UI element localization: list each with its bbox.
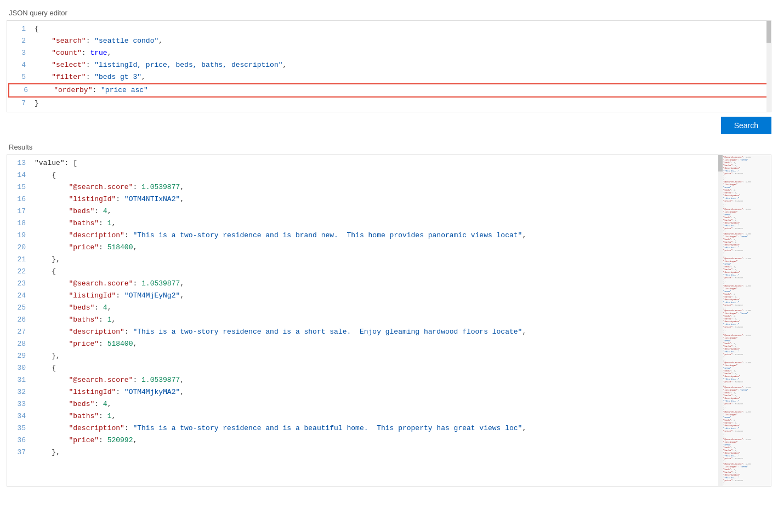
line-content: "listingId": "OTM4MjEyNg2", xyxy=(35,290,722,302)
line-content: "description": "This is a two-story resi… xyxy=(35,422,722,434)
result-line-18: 18 "baths": 1, xyxy=(7,218,722,230)
result-line-19: 19 "description": "This is a two-story r… xyxy=(7,230,722,242)
line-number: 24 xyxy=(7,290,35,302)
line-number: 2 xyxy=(7,35,35,47)
editor-scrollbar-thumb[interactable] xyxy=(766,21,771,43)
line-number: 16 xyxy=(7,193,35,205)
line-number: 33 xyxy=(7,398,35,410)
line-number: 26 xyxy=(7,314,35,326)
line-content: "price": 520992, xyxy=(35,434,722,447)
line-content: "baths": 1, xyxy=(35,218,722,230)
line-number: 36 xyxy=(7,434,35,447)
line-content: }, xyxy=(35,350,722,362)
line-content: "@search.score": 1.0539877, xyxy=(35,181,722,193)
page-container: JSON query editor 1{2 "search": "seattle… xyxy=(0,0,778,532)
results-code-area[interactable]: 13"value": [14 {15 "@search.score": 1.05… xyxy=(7,155,722,486)
editor-line-5: 5 "filter": "beds gt 3", xyxy=(7,71,771,83)
result-line-28: 28 "price": 518400, xyxy=(7,338,722,350)
results-scrollbar-thumb[interactable] xyxy=(718,155,723,171)
line-number: 37 xyxy=(7,447,35,459)
line-number: 14 xyxy=(7,169,35,181)
line-number: 32 xyxy=(7,386,35,398)
line-number: 29 xyxy=(7,350,35,362)
result-line-37: 37 }, xyxy=(7,447,722,459)
editor-scrollbar[interactable] xyxy=(766,21,771,112)
result-line-15: 15 "@search.score": 1.0539877, xyxy=(7,181,722,193)
line-number: 20 xyxy=(7,242,35,254)
result-line-16: 16 "listingId": "OTM4NTIxNA2", xyxy=(7,193,722,205)
line-number: 3 xyxy=(7,47,35,59)
line-number: 31 xyxy=(7,374,35,386)
line-number: 25 xyxy=(7,302,35,314)
results-scrollbar[interactable] xyxy=(718,155,723,486)
line-content: "baths": 1, xyxy=(35,314,722,326)
line-content: "price": 518400, xyxy=(35,242,722,254)
result-line-33: 33 "beds": 4, xyxy=(7,398,722,410)
line-number: 13 xyxy=(7,157,35,169)
result-line-22: 22 { xyxy=(7,266,722,278)
line-number: 5 xyxy=(7,71,35,83)
result-line-21: 21 }, xyxy=(7,254,722,266)
line-number: 17 xyxy=(7,205,35,218)
line-content: "select": "listingId, price, beds, baths… xyxy=(35,59,771,71)
line-number: 35 xyxy=(7,422,35,434)
line-content: "beds": 4, xyxy=(35,398,722,410)
search-button-row: Search xyxy=(0,112,778,139)
line-number: 1 xyxy=(7,23,35,35)
editor-line-6: 6 "orderby": "price asc" xyxy=(8,83,770,98)
result-line-36: 36 "price": 520992, xyxy=(7,434,722,447)
line-number: 6 xyxy=(9,84,37,96)
line-number: 28 xyxy=(7,338,35,350)
line-content: "price": 518400, xyxy=(35,338,722,350)
line-content: { xyxy=(35,23,771,35)
line-number: 21 xyxy=(7,254,35,266)
line-content: { xyxy=(35,362,722,374)
line-number: 4 xyxy=(7,59,35,71)
line-content: "filter": "beds gt 3", xyxy=(35,71,771,83)
line-content: "value": [ xyxy=(35,157,722,169)
mini-preview: "@search.score": 1.05"listingId": "OTM4"… xyxy=(722,155,771,486)
line-content: "search": "seattle condo", xyxy=(35,35,771,47)
result-line-25: 25 "beds": 4, xyxy=(7,302,722,314)
result-line-35: 35 "description": "This is a two-story r… xyxy=(7,422,722,434)
line-content: "baths": 1, xyxy=(35,410,722,422)
result-line-32: 32 "listingId": "OTM4MjkyMA2", xyxy=(7,386,722,398)
line-content: "description": "This is a two-story resi… xyxy=(35,230,722,242)
result-line-17: 17 "beds": 4, xyxy=(7,205,722,218)
results-panel: 13"value": [14 {15 "@search.score": 1.05… xyxy=(7,155,771,487)
line-number: 30 xyxy=(7,362,35,374)
editor-line-1: 1{ xyxy=(7,23,771,35)
result-line-29: 29 }, xyxy=(7,350,722,362)
line-number: 22 xyxy=(7,266,35,278)
line-number: 18 xyxy=(7,218,35,230)
results-section: Results 13"value": [14 {15 "@search.scor… xyxy=(0,141,778,487)
line-content: "description": "This is a two-story resi… xyxy=(35,326,722,338)
result-line-31: 31 "@search.score": 1.0539877, xyxy=(7,374,722,386)
line-content: { xyxy=(35,266,722,278)
editor-panel: 1{2 "search": "seattle condo",3 "count":… xyxy=(7,20,771,112)
results-title: Results xyxy=(0,141,778,155)
editor-code-area[interactable]: 1{2 "search": "seattle condo",3 "count":… xyxy=(7,21,771,112)
search-button[interactable]: Search xyxy=(721,117,771,134)
line-number: 27 xyxy=(7,326,35,338)
line-content: "@search.score": 1.0539877, xyxy=(35,374,722,386)
line-content: }, xyxy=(35,447,722,459)
result-line-13: 13"value": [ xyxy=(7,157,722,169)
line-number: 34 xyxy=(7,410,35,422)
result-line-20: 20 "price": 518400, xyxy=(7,242,722,254)
line-content: "beds": 4, xyxy=(35,302,722,314)
line-content: "@search.score": 1.0539877, xyxy=(35,278,722,290)
editor-line-4: 4 "select": "listingId, price, beds, bat… xyxy=(7,59,771,71)
result-line-30: 30 { xyxy=(7,362,722,374)
result-line-34: 34 "baths": 1, xyxy=(7,410,722,422)
line-number: 19 xyxy=(7,230,35,242)
line-number: 23 xyxy=(7,278,35,290)
line-content: "listingId": "OTM4NTIxNA2", xyxy=(35,193,722,205)
results-panel-inner: 13"value": [14 {15 "@search.score": 1.05… xyxy=(7,155,771,486)
result-line-27: 27 "description": "This is a two-story r… xyxy=(7,326,722,338)
mini-line: }, xyxy=(723,482,770,485)
line-content: }, xyxy=(35,254,722,266)
editor-line-3: 3 "count": true, xyxy=(7,47,771,59)
result-line-26: 26 "baths": 1, xyxy=(7,314,722,326)
line-content: "listingId": "OTM4MjkyMA2", xyxy=(35,386,722,398)
